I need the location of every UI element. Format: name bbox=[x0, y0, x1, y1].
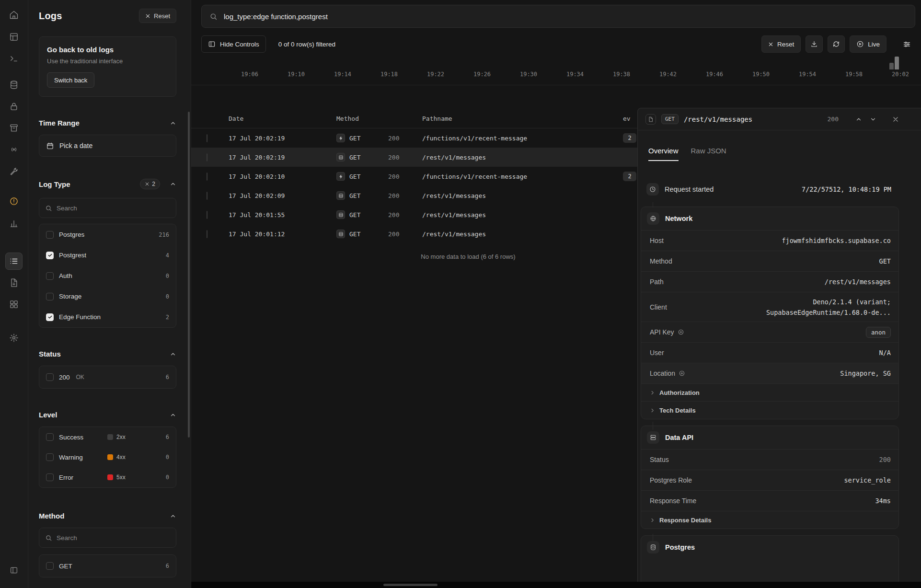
sliders-icon bbox=[903, 40, 911, 48]
home-icon[interactable] bbox=[5, 6, 23, 23]
search-icon bbox=[45, 205, 52, 212]
timeline-bar[interactable] bbox=[895, 57, 899, 69]
tech-details-collapsible[interactable]: Tech Details bbox=[641, 401, 898, 419]
refresh-button[interactable] bbox=[828, 35, 845, 53]
method-option-get[interactable]: GET 6 bbox=[39, 555, 176, 577]
toolbar-reset-button[interactable]: Reset bbox=[761, 35, 801, 53]
api-docs-icon[interactable] bbox=[5, 274, 23, 291]
pick-date-button[interactable]: Pick a date bbox=[39, 135, 176, 157]
log-event-timeline[interactable]: 19:06 19:10 19:14 19:18 19:22 19:26 19:3… bbox=[191, 58, 921, 85]
chart-settings-button[interactable] bbox=[898, 35, 915, 53]
log-type-option-postgres[interactable]: Postgres 216 bbox=[39, 224, 176, 245]
clock-icon bbox=[646, 183, 659, 196]
checkbox-unchecked[interactable] bbox=[46, 373, 54, 381]
log-type-option-storage[interactable]: Storage 0 bbox=[39, 286, 176, 307]
integrations-icon[interactable] bbox=[5, 296, 23, 313]
level-option-success[interactable]: Success 2xx 6 bbox=[39, 427, 176, 447]
detail-path: /rest/v1/messages bbox=[684, 115, 752, 123]
level-section-header[interactable]: Level bbox=[39, 411, 176, 419]
response-details-collapsible[interactable]: Response Details bbox=[641, 511, 898, 529]
plus-circle-icon[interactable] bbox=[679, 370, 685, 377]
tab-raw-json[interactable]: Raw JSON bbox=[691, 147, 726, 161]
horizontal-scrollbar[interactable] bbox=[191, 582, 921, 588]
time-tick: 19:14 bbox=[334, 71, 351, 78]
method-section-header[interactable]: Method bbox=[39, 512, 176, 520]
old-logs-subtitle: Use the traditional interface bbox=[47, 58, 168, 65]
table-editor-icon[interactable] bbox=[5, 28, 23, 46]
switch-back-button[interactable]: Switch back bbox=[47, 72, 94, 88]
status-section-header[interactable]: Status bbox=[39, 350, 176, 358]
download-icon bbox=[810, 40, 818, 48]
detail-tabs: Overview Raw JSON bbox=[648, 147, 899, 161]
log-type-search-input[interactable] bbox=[57, 205, 170, 212]
section-connector bbox=[653, 202, 653, 208]
tools-icon[interactable] bbox=[5, 163, 23, 180]
level-option-warning[interactable]: Warning 4xx 0 bbox=[39, 447, 176, 467]
log-type-option-postgrest[interactable]: Postgrest 4 bbox=[39, 245, 176, 265]
log-type-option-auth[interactable]: Auth 0 bbox=[39, 265, 176, 286]
previous-log-button[interactable] bbox=[852, 114, 865, 125]
download-button[interactable] bbox=[806, 35, 823, 53]
scrollbar-thumb[interactable] bbox=[383, 584, 437, 586]
plus-circle-icon[interactable] bbox=[678, 329, 684, 335]
auth-icon[interactable] bbox=[5, 98, 23, 115]
sidebar-scrollbar[interactable] bbox=[188, 112, 190, 438]
chevron-right-icon bbox=[650, 408, 655, 413]
time-range-section-header[interactable]: Time Range bbox=[39, 119, 176, 127]
reports-icon[interactable] bbox=[5, 215, 23, 232]
row-checkbox[interactable] bbox=[207, 230, 207, 238]
live-button[interactable]: Live bbox=[850, 35, 886, 53]
timeline-bar[interactable] bbox=[889, 63, 894, 69]
checkbox-unchecked[interactable] bbox=[46, 231, 54, 239]
event-count-badge: 2 bbox=[623, 172, 636, 181]
realtime-icon[interactable] bbox=[5, 141, 23, 158]
settings-icon[interactable] bbox=[5, 329, 23, 346]
sql-editor-icon[interactable] bbox=[5, 50, 23, 67]
log-type-section-header[interactable]: Log Type 2 bbox=[39, 179, 176, 189]
checkbox-checked[interactable] bbox=[46, 313, 54, 321]
time-tick: 19:30 bbox=[520, 71, 537, 78]
checkbox-unchecked[interactable] bbox=[46, 453, 54, 461]
page-title: Logs bbox=[39, 11, 62, 22]
row-checkbox[interactable] bbox=[207, 153, 207, 161]
tab-overview[interactable]: Overview bbox=[648, 147, 679, 161]
level-option-error[interactable]: Error 5xx 0 bbox=[39, 467, 176, 487]
checkbox-unchecked[interactable] bbox=[46, 272, 54, 280]
logs-icon[interactable] bbox=[5, 253, 23, 270]
row-checkbox[interactable] bbox=[207, 211, 207, 219]
column-header-date[interactable]: Date bbox=[229, 115, 336, 122]
globe-icon bbox=[647, 212, 659, 225]
authorization-collapsible[interactable]: Authorization bbox=[641, 383, 898, 401]
checkbox-unchecked[interactable] bbox=[46, 562, 54, 570]
advisors-icon[interactable] bbox=[5, 193, 23, 210]
log-query-input[interactable] bbox=[224, 12, 907, 21]
search-icon bbox=[209, 12, 218, 21]
row-checkbox[interactable] bbox=[207, 134, 207, 142]
old-logs-card: Go back to old logs Use the traditional … bbox=[39, 36, 176, 97]
sidebar-reset-button[interactable]: Reset bbox=[139, 9, 176, 23]
checkbox-unchecked[interactable] bbox=[46, 433, 54, 441]
hide-controls-button[interactable]: Hide Controls bbox=[201, 35, 266, 53]
storage-icon[interactable] bbox=[5, 119, 23, 137]
status-option-200[interactable]: 200 OK 6 bbox=[39, 366, 176, 388]
time-tick: 19:34 bbox=[566, 71, 584, 78]
column-header-pathname[interactable]: Pathname bbox=[422, 115, 623, 122]
log-type-clear-filter[interactable]: 2 bbox=[140, 179, 160, 189]
row-checkbox[interactable] bbox=[207, 173, 207, 181]
log-type-option-edge-function[interactable]: Edge Function 2 bbox=[39, 307, 176, 327]
method-badge: GET bbox=[661, 114, 679, 124]
method-search-input[interactable] bbox=[57, 534, 170, 542]
checkbox-unchecked[interactable] bbox=[46, 293, 54, 300]
section-connector bbox=[653, 422, 653, 430]
close-panel-button[interactable] bbox=[892, 116, 899, 123]
row-checkbox[interactable] bbox=[207, 192, 207, 200]
column-header-method[interactable]: Method bbox=[336, 115, 388, 122]
close-icon bbox=[768, 42, 773, 47]
old-logs-title: Go back to old logs bbox=[47, 46, 168, 54]
database-icon[interactable] bbox=[5, 76, 23, 93]
checkbox-checked[interactable] bbox=[46, 252, 54, 259]
collapse-sidebar-icon[interactable] bbox=[5, 562, 23, 579]
next-log-button[interactable] bbox=[867, 114, 879, 125]
chevron-up-icon bbox=[170, 181, 176, 187]
checkbox-unchecked[interactable] bbox=[46, 473, 54, 481]
